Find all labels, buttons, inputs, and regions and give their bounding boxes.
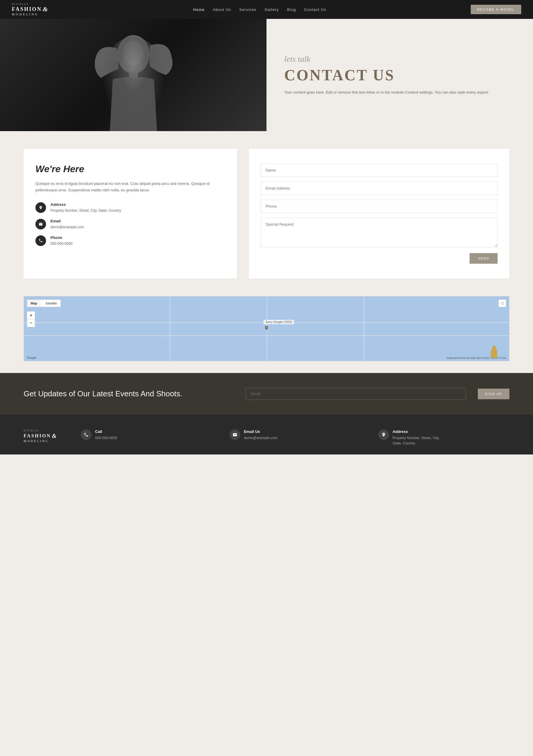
- footer-logo-line2: MODELING: [24, 440, 57, 443]
- nav-logo-line1: FASHION: [12, 7, 42, 12]
- footer-top: diviplus FASHION & MODELING Call 000-000…: [24, 429, 509, 446]
- name-input[interactable]: [261, 164, 497, 177]
- nav-link-contact[interactable]: Contact Us: [304, 7, 326, 12]
- nav-item-gallery[interactable]: Gallery: [265, 7, 279, 12]
- footer-call-item: Call 000-000-0000: [81, 429, 212, 440]
- map-zoom-out-button[interactable]: −: [27, 319, 35, 327]
- hero-section: lets talk CONTACT US Your content goes h…: [0, 19, 533, 131]
- map-tab-controls: Map Satellite: [27, 299, 61, 307]
- map-zoom-in-button[interactable]: +: [27, 311, 35, 319]
- footer-call-value: 000-000-0000: [95, 436, 117, 440]
- footer-call-icon: [81, 429, 91, 440]
- hero-script-text: lets talk: [284, 54, 515, 64]
- special-request-input[interactable]: [261, 218, 497, 247]
- phone-input[interactable]: [261, 200, 497, 213]
- hero-image: [0, 19, 266, 131]
- nav-item-about[interactable]: About Us: [213, 7, 231, 12]
- footer-address-icon: [378, 429, 389, 440]
- map-location-label: Sorry Google ©2022: [264, 320, 294, 324]
- footer-phone-icon: [84, 432, 89, 437]
- newsletter-heading: Get Updates of Our Latest Events And Sho…: [24, 389, 234, 398]
- map-tab-satellite[interactable]: Satellite: [42, 300, 61, 307]
- contact-info-paragraph: Quisque eu eros id ligula tincidunt plac…: [36, 180, 225, 193]
- map-road-v1: [169, 296, 170, 361]
- email-value: demo@example.com: [50, 225, 84, 229]
- phone-label: Phone: [50, 235, 73, 240]
- newsletter-signup-button[interactable]: SIGN UP: [478, 389, 509, 399]
- map-tab-map[interactable]: Map: [27, 300, 41, 307]
- contact-form-card: SEND: [249, 149, 509, 279]
- footer-brand-name: FASHION &: [24, 432, 57, 440]
- footer-logo-sub: diviplus: [24, 429, 57, 432]
- svg-rect-1: [129, 72, 138, 79]
- nav-link-services[interactable]: Services: [239, 7, 257, 12]
- nav-brand-name: FASHION &: [12, 6, 49, 13]
- phone-icon-svg: [39, 239, 43, 243]
- footer-location-icon: [381, 432, 386, 437]
- nav-link-gallery[interactable]: Gallery: [265, 7, 279, 12]
- navbar: diviplus FASHION & MODELING Home About U…: [0, 0, 533, 19]
- phone-value: 000-000-0000: [50, 242, 73, 246]
- hero-title: CONTACT US: [284, 67, 515, 84]
- street-view-head: [492, 345, 496, 349]
- email-detail: Email demo@example.com: [50, 219, 84, 230]
- footer-email-value: demo@example.com: [244, 436, 277, 440]
- heading-normal: We're: [36, 164, 63, 174]
- map-location-icon: [264, 325, 269, 331]
- address-value: Property Number, Street, City, State, Co…: [50, 208, 121, 213]
- nav-link-about[interactable]: About Us: [213, 7, 231, 12]
- hero-woman-silhouette: [92, 31, 175, 131]
- map-pin-marker: [264, 325, 269, 332]
- heading-italic: Here: [63, 164, 84, 174]
- footer-logo-amp: &: [52, 432, 58, 440]
- address-detail: Address Property Number, Street, City, S…: [50, 202, 121, 213]
- contact-phone-item: Phone 000-000-0000: [36, 235, 225, 246]
- nav-item-blog[interactable]: Blog: [287, 7, 296, 12]
- svg-point-2: [123, 40, 144, 65]
- hero-content: lets talk CONTACT US Your content goes h…: [266, 19, 533, 131]
- address-label: Address: [50, 202, 121, 207]
- nav-links: Home About Us Services Gallery Blog Cont…: [193, 7, 326, 12]
- nav-logo-line2: MODELING: [12, 13, 49, 16]
- map-google-label: Google: [27, 356, 36, 359]
- map-street-view-icon[interactable]: [491, 347, 497, 358]
- contact-address-item: Address Property Number, Street, City, S…: [36, 202, 225, 213]
- map-zoom-controls: + −: [27, 311, 35, 327]
- footer-email-label: Email Us: [244, 429, 277, 434]
- address-icon: [36, 202, 46, 213]
- hero-image-placeholder: [0, 19, 266, 131]
- send-button[interactable]: SEND: [470, 253, 497, 264]
- email-label: Email: [50, 219, 84, 223]
- map-fullscreen-button[interactable]: [498, 299, 506, 307]
- nav-item-services[interactable]: Services: [239, 7, 257, 12]
- location-pin-icon: [39, 205, 43, 210]
- footer-logo-line1: FASHION: [24, 433, 51, 439]
- newsletter-email-input[interactable]: [245, 388, 466, 400]
- contact-info-card: We're Here Quisque eu eros id ligula tin…: [24, 149, 237, 279]
- nav-item-home[interactable]: Home: [193, 7, 205, 12]
- phone-icon: [36, 235, 46, 246]
- phone-detail: Phone 000-000-0000: [50, 235, 73, 246]
- footer-call-label: Call: [95, 429, 117, 434]
- become-model-button[interactable]: BECOME A MODEL: [471, 5, 521, 14]
- email-input[interactable]: [261, 182, 497, 195]
- footer-address-item: Address Property Number, Street, City, S…: [378, 429, 509, 446]
- contact-info-heading: We're Here: [36, 164, 225, 175]
- map-section: Map Satellite + − Sorry Google ©2022 Goo…: [24, 296, 509, 361]
- footer-email-text: Email Us demo@example.com: [244, 429, 277, 440]
- hero-description: Your content goes here. Edit or remove t…: [284, 90, 515, 96]
- envelope-icon: [39, 222, 43, 226]
- contact-email-item: Email demo@example.com: [36, 219, 225, 230]
- nav-link-blog[interactable]: Blog: [287, 7, 296, 12]
- footer-envelope-icon: [233, 432, 237, 437]
- svg-point-0: [117, 35, 150, 73]
- nav-item-contact[interactable]: Contact Us: [304, 7, 326, 12]
- nav-logo-amp: &: [43, 6, 49, 13]
- footer-call-text: Call 000-000-0000: [95, 429, 117, 440]
- footer-address-text: Address Property Number, Street, City, S…: [393, 429, 440, 446]
- footer-address-label: Address: [393, 429, 440, 434]
- fullscreen-icon: [500, 302, 504, 305]
- footer-email-item: Email Us demo@example.com: [230, 429, 361, 440]
- footer: diviplus FASHION & MODELING Call 000-000…: [0, 415, 533, 454]
- nav-link-home[interactable]: Home: [193, 7, 205, 12]
